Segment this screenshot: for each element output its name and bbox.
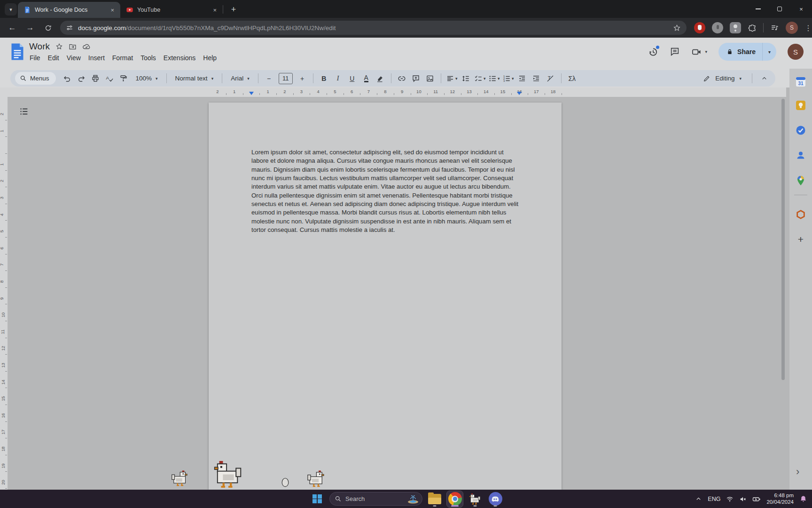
- menu-dots-icon[interactable]: ⋮: [804, 24, 812, 32]
- line-spacing-button[interactable]: [460, 72, 472, 85]
- checklist-button[interactable]: ▾: [474, 72, 486, 85]
- menu-file[interactable]: File: [26, 53, 44, 63]
- font-size-box[interactable]: 11: [279, 73, 293, 84]
- move-folder-icon[interactable]: [69, 43, 77, 51]
- equation-button[interactable]: Σλ: [566, 72, 578, 85]
- undo-button[interactable]: [61, 72, 74, 85]
- document-outline-icon[interactable]: [19, 106, 29, 119]
- bookmark-star-icon[interactable]: [673, 24, 681, 32]
- share-dropdown-icon[interactable]: ▾: [763, 49, 776, 55]
- horizontal-ruler[interactable]: 21123456789101112131415161718: [8, 87, 786, 97]
- tab-search-button[interactable]: ▾: [5, 3, 17, 16]
- align-button[interactable]: ▾: [445, 72, 458, 85]
- styles-select[interactable]: Normal text▾: [171, 72, 218, 85]
- italic-button[interactable]: I: [332, 72, 344, 85]
- close-button[interactable]: ×: [790, 0, 812, 18]
- redo-button[interactable]: [75, 72, 88, 85]
- add-comment-button[interactable]: [410, 72, 422, 85]
- wifi-icon[interactable]: [726, 495, 734, 503]
- star-icon[interactable]: [55, 43, 63, 50]
- menu-edit[interactable]: Edit: [44, 53, 63, 63]
- underline-button[interactable]: U: [346, 72, 359, 85]
- browser-profile-avatar[interactable]: S: [786, 22, 798, 34]
- chicken-app-icon[interactable]: [467, 491, 483, 507]
- mic-extension-icon[interactable]: [712, 22, 723, 33]
- language-indicator[interactable]: ENG: [708, 496, 720, 502]
- minimize-button[interactable]: [747, 0, 769, 18]
- indent-marker[interactable]: [517, 92, 522, 95]
- google-contacts-icon[interactable]: [794, 149, 807, 162]
- start-button[interactable]: [309, 491, 325, 507]
- google-keep-icon[interactable]: [794, 99, 807, 112]
- forward-button[interactable]: →: [24, 22, 36, 33]
- font-select[interactable]: Arial▾: [226, 72, 254, 85]
- meet-video-icon[interactable]: ▾: [691, 47, 708, 57]
- decrease-indent-button[interactable]: [516, 72, 529, 85]
- menu-tools[interactable]: Tools: [137, 53, 160, 63]
- indent-marker[interactable]: [249, 92, 254, 95]
- document-page[interactable]: Lorem ipsum dolor sit amet, consectetur …: [209, 103, 562, 490]
- clock[interactable]: 6:48 pm20/04/2024: [766, 492, 794, 505]
- editing-mode-select[interactable]: Editing▾: [698, 75, 746, 82]
- bold-button[interactable]: B: [318, 72, 330, 85]
- highlight-color-button[interactable]: [374, 72, 387, 85]
- numbered-list-button[interactable]: ▾: [502, 72, 515, 85]
- increase-indent-button[interactable]: [530, 72, 543, 85]
- docs-profile-avatar[interactable]: S: [788, 44, 804, 60]
- volume-muted-icon[interactable]: [739, 495, 747, 503]
- new-tab-button[interactable]: +: [227, 3, 240, 16]
- document-title[interactable]: Work: [29, 41, 50, 52]
- paint-format-button[interactable]: [117, 72, 130, 85]
- workspace-extension-icon[interactable]: [730, 22, 741, 33]
- tray-chevron-up-icon[interactable]: [695, 495, 702, 502]
- menus-chip[interactable]: Menus: [15, 72, 56, 85]
- font-size-decrease[interactable]: −: [263, 72, 275, 85]
- get-addons-plus-icon[interactable]: +: [794, 232, 807, 246]
- google-docs-logo[interactable]: [10, 42, 24, 61]
- site-info-icon[interactable]: [66, 24, 73, 32]
- back-button[interactable]: ←: [7, 22, 18, 33]
- clear-formatting-button[interactable]: [544, 72, 557, 85]
- reload-button[interactable]: [42, 22, 54, 33]
- google-maps-icon[interactable]: [794, 174, 807, 187]
- google-calendar-icon[interactable]: 31: [794, 75, 807, 88]
- insert-image-button[interactable]: [424, 72, 437, 85]
- document-text[interactable]: Lorem ipsum dolor sit amet, consectetur …: [251, 148, 519, 234]
- discord-icon[interactable]: [487, 491, 503, 507]
- maximize-button[interactable]: [769, 0, 790, 18]
- font-size-increase[interactable]: +: [296, 72, 309, 85]
- bulleted-list-button[interactable]: ▾: [488, 72, 500, 85]
- insert-link-button[interactable]: [396, 72, 408, 85]
- address-bar[interactable]: docs.google.com/document/d/1rqVb550b7nXM…: [60, 21, 687, 35]
- notification-bell-icon[interactable]: [799, 495, 807, 503]
- menu-view[interactable]: View: [63, 53, 85, 63]
- side-panel-expand-icon[interactable]: ›: [796, 466, 799, 478]
- document-scrollbar[interactable]: [781, 99, 785, 380]
- tab-list-icon[interactable]: [770, 24, 779, 32]
- print-button[interactable]: [89, 72, 102, 85]
- taskbar-search-box[interactable]: Search: [329, 492, 422, 506]
- zoom-select[interactable]: 100%▾: [132, 72, 162, 85]
- file-explorer-icon[interactable]: [427, 491, 443, 507]
- extensions-puzzle-icon[interactable]: [748, 24, 757, 32]
- comments-icon[interactable]: [670, 47, 680, 57]
- tab-google-docs[interactable]: Work - Google Docs ×: [18, 2, 120, 18]
- menu-insert[interactable]: Insert: [85, 53, 109, 63]
- menu-extensions[interactable]: Extensions: [160, 53, 199, 63]
- vertical-ruler[interactable]: 211234567891011121314151617181920: [0, 87, 8, 490]
- tab-close-icon[interactable]: ×: [211, 7, 218, 14]
- adblock-icon[interactable]: [694, 22, 705, 33]
- chrome-icon[interactable]: [447, 491, 463, 507]
- tab-youtube[interactable]: YouTube ×: [120, 2, 223, 18]
- battery-icon[interactable]: [752, 495, 761, 503]
- menu-format[interactable]: Format: [109, 53, 137, 63]
- spell-check-button[interactable]: [103, 72, 116, 85]
- cloud-saved-icon[interactable]: [82, 42, 91, 51]
- tab-close-icon[interactable]: ×: [109, 7, 116, 14]
- menu-help[interactable]: Help: [199, 53, 220, 63]
- text-color-button[interactable]: A: [360, 72, 373, 85]
- version-history-icon[interactable]: [648, 47, 658, 57]
- addon-icon[interactable]: [794, 208, 807, 221]
- share-button[interactable]: Share ▾: [718, 43, 776, 61]
- google-tasks-icon[interactable]: [794, 124, 807, 137]
